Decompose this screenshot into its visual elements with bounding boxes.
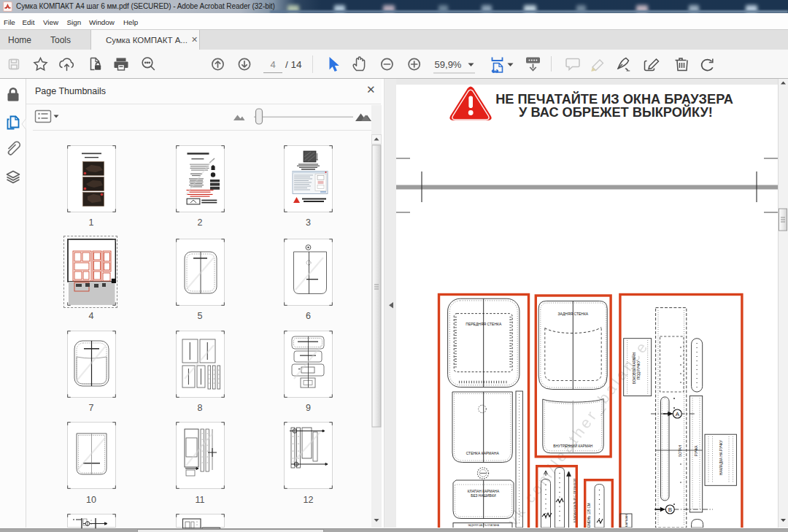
svg-text:КЛАПАН КАРМАНА: КЛАПАН КАРМАНА xyxy=(468,490,500,493)
svg-text:РУЧКА: РУЧКА xyxy=(695,444,698,456)
svg-text:4: 4 xyxy=(270,59,275,70)
svg-text:БЕЗ НАШИВКИ: БЕЗ НАШИВКИ xyxy=(471,494,496,498)
svg-text:ПОД РУЧКУ: ПОД РУЧКУ xyxy=(637,361,641,379)
svg-text:ЗАДНЯЯ СТЕНКА: ЗАДНЯЯ СТЕНКА xyxy=(557,312,588,316)
svg-text:КЛАПАН МАЛЫЙ С ПРЯЖКОЙ: КЛАПАН МАЛЫЙ С ПРЯЖКОЙ xyxy=(573,479,576,523)
svg-text:A: A xyxy=(676,411,680,417)
svg-text:БОТАН: БОТАН xyxy=(679,444,682,457)
svg-text:КАРМАН: КАРМАН xyxy=(625,514,628,527)
svg-text:/ 14: / 14 xyxy=(285,59,302,70)
svg-text:БОКОВОЙ КАРМАН: БОКОВОЙ КАРМАН xyxy=(631,352,636,384)
svg-text:РЕМЕНЬ 125 СМ: РЕМЕНЬ 125 СМ xyxy=(587,503,591,528)
svg-text:У ВАС ОБРЕЖЕТ ВЫКРОЙКУ!: У ВАС ОБРЕЖЕТ ВЫКРОЙКУ! xyxy=(519,104,713,120)
svg-text:59,9%: 59,9% xyxy=(435,59,462,70)
svg-text:vk.com/leather_balance: vk.com/leather_balance xyxy=(504,337,653,528)
svg-text:B: B xyxy=(668,506,672,513)
svg-text:НЕ ПЕЧАТАЙТЕ ИЗ ОКНА БРАУЗЕРА: НЕ ПЕЧАТАЙТЕ ИЗ ОКНА БРАУЗЕРА xyxy=(495,91,733,107)
svg-text:ВНУТРЕННИЙ КАРМАН: ВНУТРЕННИЙ КАРМАН xyxy=(553,443,593,448)
svg-text:ЗАДНЯЯ ЧАСТЬ КЛАПАНА: ЗАДНЯЯ ЧАСТЬ КЛАПАНА xyxy=(468,524,500,527)
svg-text:ПЕРЕДНЯЯ СТЕНКА: ПЕРЕДНЯЯ СТЕНКА xyxy=(466,322,502,326)
svg-text:СТЕНКА КАРМАНА: СТЕНКА КАРМАНА xyxy=(466,451,500,455)
svg-text:НАКЛАДКА НА РУЧКУ: НАКЛАДКА НА РУЧКУ xyxy=(719,440,723,475)
